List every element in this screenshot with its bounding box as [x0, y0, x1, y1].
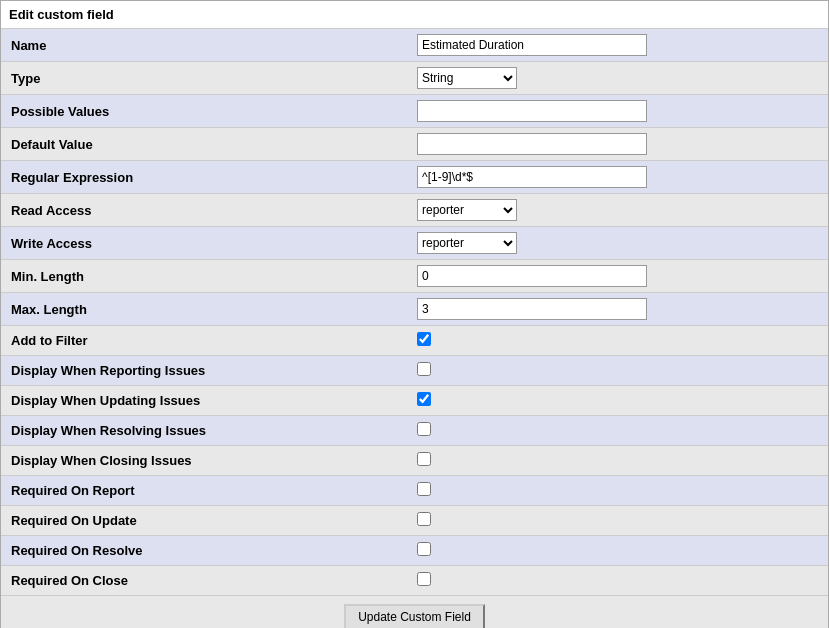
display-closing-checkbox[interactable]: [417, 452, 431, 466]
display-reporting-label: Display When Reporting Issues: [1, 356, 409, 386]
possible-values-cell: [409, 95, 828, 128]
display-reporting-checkbox[interactable]: [417, 362, 431, 376]
name-input[interactable]: [417, 34, 647, 56]
page-container: Edit custom field Name Type String Integ…: [0, 0, 829, 628]
required-update-checkbox[interactable]: [417, 512, 431, 526]
min-length-label: Min. Length: [1, 260, 409, 293]
required-resolve-label: Required On Resolve: [1, 536, 409, 566]
default-value-label: Default Value: [1, 128, 409, 161]
display-closing-cell: [409, 446, 828, 476]
required-close-cell: [409, 566, 828, 596]
regex-cell: [409, 161, 828, 194]
add-to-filter-label: Add to Filter: [1, 326, 409, 356]
display-closing-label: Display When Closing Issues: [1, 446, 409, 476]
form-table: Name Type String Integer Float Date Text…: [1, 29, 828, 628]
add-to-filter-cell: [409, 326, 828, 356]
read-access-label: Read Access: [1, 194, 409, 227]
required-resolve-cell: [409, 536, 828, 566]
regex-label: Regular Expression: [1, 161, 409, 194]
read-access-select[interactable]: reporter developer manager: [417, 199, 517, 221]
max-length-label: Max. Length: [1, 293, 409, 326]
type-select[interactable]: String Integer Float Date Text: [417, 67, 517, 89]
display-updating-cell: [409, 386, 828, 416]
required-close-label: Required On Close: [1, 566, 409, 596]
update-custom-field-button[interactable]: Update Custom Field: [344, 604, 485, 628]
display-resolving-cell: [409, 416, 828, 446]
add-to-filter-checkbox[interactable]: [417, 332, 431, 346]
page-title: Edit custom field: [1, 1, 828, 29]
write-access-cell: reporter developer manager: [409, 227, 828, 260]
default-value-input[interactable]: [417, 133, 647, 155]
footer-cell: Update Custom Field: [1, 596, 828, 629]
write-access-label: Write Access: [1, 227, 409, 260]
required-update-cell: [409, 506, 828, 536]
name-value-cell: [409, 29, 828, 62]
possible-values-label: Possible Values: [1, 95, 409, 128]
display-updating-label: Display When Updating Issues: [1, 386, 409, 416]
type-label: Type: [1, 62, 409, 95]
display-resolving-checkbox[interactable]: [417, 422, 431, 436]
default-value-cell: [409, 128, 828, 161]
required-close-checkbox[interactable]: [417, 572, 431, 586]
display-updating-checkbox[interactable]: [417, 392, 431, 406]
display-resolving-label: Display When Resolving Issues: [1, 416, 409, 446]
required-report-checkbox[interactable]: [417, 482, 431, 496]
name-label: Name: [1, 29, 409, 62]
max-length-cell: [409, 293, 828, 326]
required-report-cell: [409, 476, 828, 506]
required-update-label: Required On Update: [1, 506, 409, 536]
write-access-select[interactable]: reporter developer manager: [417, 232, 517, 254]
display-reporting-cell: [409, 356, 828, 386]
read-access-cell: reporter developer manager: [409, 194, 828, 227]
min-length-input[interactable]: [417, 265, 647, 287]
type-value-cell: String Integer Float Date Text: [409, 62, 828, 95]
required-resolve-checkbox[interactable]: [417, 542, 431, 556]
max-length-input[interactable]: [417, 298, 647, 320]
min-length-cell: [409, 260, 828, 293]
possible-values-input[interactable]: [417, 100, 647, 122]
required-report-label: Required On Report: [1, 476, 409, 506]
regex-input[interactable]: [417, 166, 647, 188]
